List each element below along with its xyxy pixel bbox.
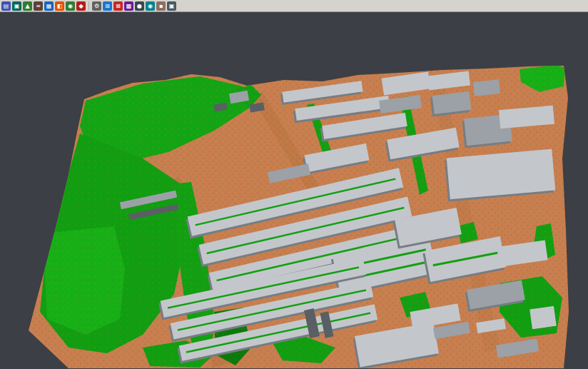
toolbar: ▤▣▲≡▦◧◉◆⚙⊞⊠▩●◉▪▣ <box>0 0 588 12</box>
toolbar-separator <box>88 1 89 10</box>
zoom-fit-icon[interactable]: ⊞ <box>103 1 112 11</box>
grid-icon[interactable]: ▦ <box>44 1 54 11</box>
info-icon[interactable]: ▪ <box>156 1 166 11</box>
snapshot-icon[interactable]: ● <box>135 1 144 11</box>
settings-icon[interactable]: ⚙ <box>92 1 101 11</box>
terrain <box>0 12 588 369</box>
application-window: ▤▣▲≡▦◧◉◆⚙⊞⊠▩●◉▪▣ <box>0 0 588 369</box>
web-icon[interactable]: ◉ <box>146 1 155 11</box>
open-file-icon[interactable]: ▤ <box>1 1 11 11</box>
save-icon[interactable]: ▣ <box>12 1 21 11</box>
palette-icon[interactable]: ◧ <box>55 1 64 11</box>
help-icon[interactable]: ▣ <box>167 1 176 11</box>
point-cloud-scene <box>0 12 588 369</box>
3d-viewport[interactable] <box>0 12 588 369</box>
layers-icon[interactable]: ≡ <box>34 1 43 11</box>
building <box>529 306 557 329</box>
building <box>473 79 500 96</box>
terrain-icon[interactable]: ▲ <box>23 1 32 11</box>
close-view-icon[interactable]: ⊠ <box>113 1 123 11</box>
measure-icon[interactable]: ◆ <box>76 1 86 11</box>
texture-icon[interactable]: ▩ <box>124 1 133 11</box>
globe-icon[interactable]: ◉ <box>66 1 75 11</box>
